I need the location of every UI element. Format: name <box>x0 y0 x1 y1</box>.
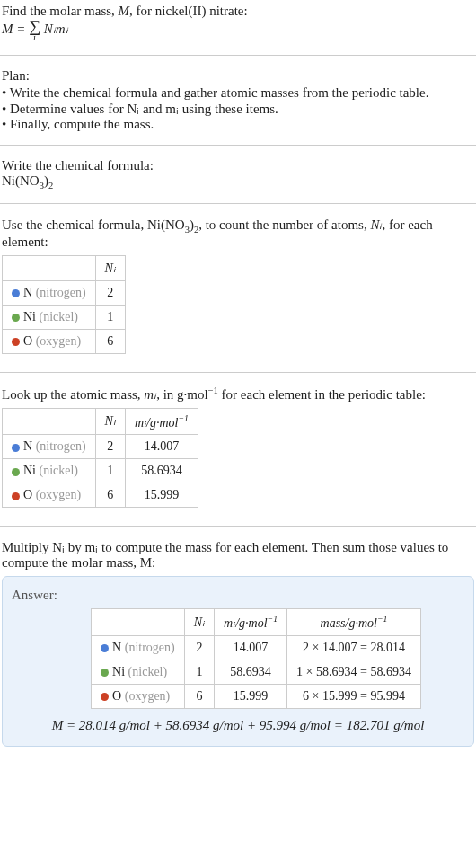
col-m-unit: /g·mol <box>235 616 267 630</box>
divider <box>0 372 476 373</box>
element-name: (nitrogen) <box>125 641 175 654</box>
element-dot-icon <box>12 338 20 346</box>
element-dot-icon <box>12 468 20 476</box>
step3-text: Look up the atomic mass, mᵢ, in g·mol−1 … <box>2 385 474 403</box>
intro-line: Find the molar mass, M, for nickel(II) n… <box>2 4 474 19</box>
formula-part: Ni(NO <box>2 173 40 188</box>
element-cell: N (nitrogen) <box>3 435 96 459</box>
element-cell: Ni (nickel) <box>3 459 96 483</box>
table-row: N (nitrogen) 2 14.007 2 × 14.007 = 28.01… <box>92 635 421 660</box>
element-name: (nitrogen) <box>36 286 86 299</box>
table-row: O (oxygen) 6 <box>3 329 126 353</box>
n-value: 1 <box>95 459 125 483</box>
element-symbol: N <box>23 286 32 299</box>
element-name: (nickel) <box>128 665 168 678</box>
col-empty <box>3 255 96 280</box>
element-cell: N (nitrogen) <box>3 280 96 305</box>
element-symbol: N <box>112 641 121 654</box>
plan-item: Determine values for Nᵢ and mᵢ using the… <box>2 101 474 117</box>
m-value: 58.6934 <box>215 660 287 684</box>
intro-var-m: M <box>119 4 130 18</box>
element-symbol: Ni <box>23 464 36 477</box>
element-name: (nitrogen) <box>36 439 86 453</box>
element-cell: Ni (nickel) <box>3 305 96 329</box>
divider <box>0 203 476 204</box>
text-part: for each element in the periodic table: <box>218 387 426 402</box>
answer-label: Answer: <box>12 588 464 603</box>
element-name: (nickel) <box>40 310 79 323</box>
answer-box: Answer: Nᵢ mᵢ/g·mol−1 mass/g·mol−1 N (ni… <box>2 576 474 747</box>
step2-text: Use the chemical formula, Ni(NO3)2, to c… <box>2 217 474 250</box>
step4-section: Multiply Nᵢ by mᵢ to compute the mass fo… <box>0 536 476 750</box>
element-dot-icon <box>12 314 20 322</box>
element-symbol: Ni <box>112 665 125 678</box>
element-dot-icon <box>101 644 109 652</box>
step3-section: Look up the atomic mass, mᵢ, in g·mol−1 … <box>0 382 476 518</box>
element-name: (nickel) <box>40 464 79 477</box>
plan-section: Plan: Write the chemical formula and gat… <box>0 65 476 136</box>
m-value: 14.007 <box>215 635 287 660</box>
element-symbol: O <box>23 334 32 348</box>
table-row: Ni (nickel) 1 <box>3 305 126 329</box>
table-header-row: Nᵢ mᵢ/g·mol−1 <box>3 408 198 435</box>
formula-sub: 2 <box>48 181 53 190</box>
answer-table-wrap: Nᵢ mᵢ/g·mol−1 mass/g·mol−1 N (nitrogen) … <box>48 608 464 709</box>
plan-heading: Plan: <box>2 68 474 84</box>
element-symbol: N <box>23 439 32 453</box>
step2-section: Use the chemical formula, Ni(NO3)2, to c… <box>0 213 476 363</box>
mass-value: 2 × 14.007 = 28.014 <box>287 635 421 660</box>
n-value: 2 <box>95 435 125 459</box>
element-name: (oxygen) <box>125 689 171 703</box>
col-m-sup: −1 <box>268 614 278 624</box>
n-value: 1 <box>184 660 214 684</box>
sum-symbol: ∑i <box>29 19 40 42</box>
element-cell: O (oxygen) <box>3 483 96 508</box>
intro-text-prefix: Find the molar mass, <box>2 4 119 18</box>
element-name: (oxygen) <box>36 488 82 501</box>
text-sup: −1 <box>208 385 218 395</box>
col-empty <box>92 609 185 636</box>
m-value: 14.007 <box>125 435 198 459</box>
n-value: 2 <box>184 635 214 660</box>
intro-equation: M = ∑i Nᵢmᵢ <box>2 19 474 42</box>
n-value: 6 <box>184 684 214 708</box>
answer-table: Nᵢ mᵢ/g·mol−1 mass/g·mol−1 N (nitrogen) … <box>91 608 421 709</box>
table-row: O (oxygen) 6 15.999 6 × 15.999 = 95.994 <box>92 684 421 708</box>
col-mass-sup: −1 <box>377 614 388 624</box>
divider <box>0 526 476 527</box>
element-dot-icon <box>101 669 109 677</box>
element-symbol: O <box>112 689 121 703</box>
table-header-row: Nᵢ <box>3 255 126 280</box>
table-row: N (nitrogen) 2 <box>3 280 126 305</box>
intro-text-suffix: , for nickel(II) nitrate: <box>129 4 248 18</box>
plan-item: Write the chemical formula and gather at… <box>2 85 474 101</box>
element-dot-icon <box>12 444 20 452</box>
element-symbol: O <box>23 488 32 501</box>
element-symbol: Ni <box>23 310 36 323</box>
chemical-formula: Ni(NO3)2 <box>2 173 474 190</box>
col-empty <box>3 408 96 435</box>
col-m: mᵢ/g·mol−1 <box>215 609 287 636</box>
table-row: N (nitrogen) 2 14.007 <box>3 435 198 459</box>
element-cell: O (oxygen) <box>92 684 185 708</box>
col-n: Nᵢ <box>95 255 125 280</box>
var-mi: mᵢ <box>144 387 156 402</box>
col-m-unit: /g·mol <box>146 415 178 429</box>
text-part: Use the chemical formula, Ni(NO <box>2 217 185 232</box>
table-header-row: Nᵢ mᵢ/g·mol−1 mass/g·mol−1 <box>92 609 421 636</box>
n-value: 6 <box>95 483 125 508</box>
col-m-sup: −1 <box>178 413 189 423</box>
col-m-var: mᵢ <box>135 415 146 429</box>
text-part: , in g·mol <box>156 387 208 402</box>
mass-value: 6 × 15.999 = 95.994 <box>287 684 421 708</box>
divider <box>0 55 476 56</box>
n-value: 2 <box>95 280 125 305</box>
m-value: 58.6934 <box>125 459 198 483</box>
mass-value: 1 × 58.6934 = 58.6934 <box>287 660 421 684</box>
element-cell: O (oxygen) <box>3 329 96 353</box>
final-equation: M = 28.014 g/mol + 58.6934 g/mol + 95.99… <box>12 718 464 733</box>
m-value: 15.999 <box>215 684 287 708</box>
element-cell: N (nitrogen) <box>92 635 185 660</box>
text-part: Look up the atomic mass, <box>2 387 144 402</box>
col-n: Nᵢ <box>95 408 125 435</box>
